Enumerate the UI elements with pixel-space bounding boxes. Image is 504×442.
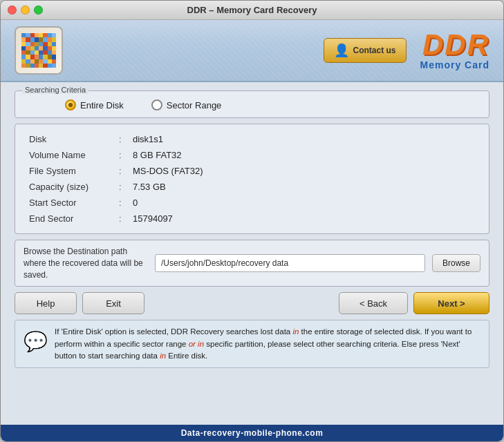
button-row: Help Exit < Back Next >	[15, 292, 489, 314]
disk-value-startsector: 0	[133, 198, 138, 208]
disk-colon: :	[119, 166, 133, 176]
disk-colon: :	[119, 182, 133, 192]
footer-text: Data-recovery-mobile-phone.com	[181, 428, 324, 438]
destination-row: Browse the Destination path where the re…	[15, 240, 489, 287]
criteria-options: Entire Disk Sector Range	[24, 99, 480, 110]
destination-input[interactable]	[155, 254, 425, 272]
disk-label-filesystem: File System	[29, 166, 119, 176]
disk-colon: :	[119, 198, 133, 208]
disk-value-volume: 8 GB FAT32	[133, 150, 182, 160]
contact-icon: 👤	[334, 43, 349, 58]
help-button[interactable]: Help	[15, 292, 77, 314]
info-box: 💬 If 'Entire Disk' option is selected, D…	[15, 320, 489, 368]
disk-colon: :	[119, 213, 133, 224]
info-text: If 'Entire Disk' option is selected, DDR…	[55, 326, 480, 362]
sector-range-label: Sector Range	[167, 100, 222, 110]
window-controls	[8, 6, 43, 15]
footer: Data-recovery-mobile-phone.com	[1, 425, 503, 441]
brand-ddr: DDR	[420, 30, 489, 59]
app-window: DDR – Memory Card Recovery	[0, 0, 504, 442]
disk-colon: :	[119, 150, 133, 160]
next-button[interactable]: Next >	[413, 292, 489, 314]
window-title: DDR – Memory Card Recovery	[187, 5, 317, 15]
disk-row-disk: Disk : disk1s1	[29, 131, 475, 147]
criteria-label: Searching Criteria	[22, 86, 88, 94]
disk-info-panel: Disk : disk1s1 Volume Name : 8 GB FAT32 …	[15, 124, 489, 234]
titlebar: DDR – Memory Card Recovery	[1, 1, 503, 20]
brand-sub: Memory Card	[420, 59, 489, 70]
disk-label-capacity: Capacity (size)	[29, 182, 119, 192]
disk-value-capacity: 7.53 GB	[133, 182, 166, 192]
exit-button[interactable]: Exit	[82, 292, 144, 314]
info-icon: 💬	[24, 327, 48, 362]
mosaic-cell	[52, 64, 56, 68]
disk-value-disk: disk1s1	[133, 134, 163, 144]
browse-button[interactable]: Browse	[432, 254, 480, 272]
disk-row-volume: Volume Name : 8 GB FAT32	[29, 147, 475, 163]
disk-value-endsector: 15794097	[133, 213, 173, 224]
disk-label-volume: Volume Name	[29, 150, 119, 160]
disk-row-endsector: End Sector : 15794097	[29, 211, 475, 227]
contact-label: Contact us	[353, 46, 396, 55]
entire-disk-option[interactable]: Entire Disk	[65, 99, 124, 110]
sector-range-option[interactable]: Sector Range	[151, 99, 222, 110]
criteria-section: Searching Criteria Entire Disk Sector Ra…	[15, 90, 489, 118]
minimize-button[interactable]	[21, 6, 30, 15]
header: 👤 Contact us DDR Memory Card	[1, 20, 503, 82]
brand-area: DDR Memory Card	[420, 30, 489, 70]
disk-colon: :	[119, 134, 133, 144]
main-content: Searching Criteria Entire Disk Sector Ra…	[1, 82, 503, 425]
entire-disk-radio[interactable]	[65, 99, 76, 110]
disk-row-capacity: Capacity (size) : 7.53 GB	[29, 179, 475, 195]
disk-label-startsector: Start Sector	[29, 198, 119, 208]
logo-box	[15, 26, 63, 75]
back-button[interactable]: < Back	[339, 292, 408, 314]
logo-mosaic	[21, 33, 56, 68]
sector-range-radio[interactable]	[151, 99, 162, 110]
contact-button[interactable]: 👤 Contact us	[324, 38, 407, 63]
close-button[interactable]	[8, 6, 17, 15]
disk-row-startsector: Start Sector : 0	[29, 195, 475, 211]
disk-label-endsector: End Sector	[29, 213, 119, 224]
disk-value-filesystem: MS-DOS (FAT32)	[133, 166, 203, 176]
disk-label-disk: Disk	[29, 134, 119, 144]
maximize-button[interactable]	[34, 6, 43, 15]
disk-row-filesystem: File System : MS-DOS (FAT32)	[29, 163, 475, 179]
destination-label: Browse the Destination path where the re…	[24, 246, 148, 280]
entire-disk-label: Entire Disk	[80, 100, 124, 110]
